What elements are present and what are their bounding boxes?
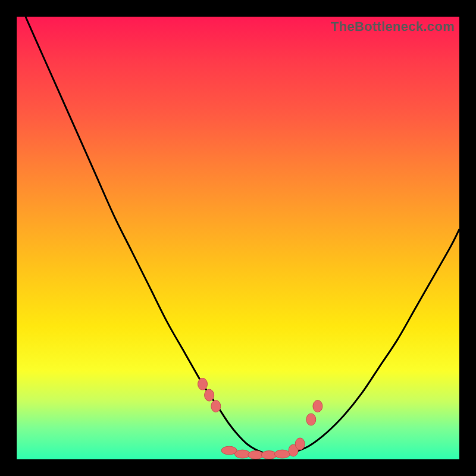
curve-marker xyxy=(198,378,208,390)
curve-marker xyxy=(205,389,214,401)
curve-marker xyxy=(274,450,290,458)
curve-marker xyxy=(313,400,322,412)
curve-markers xyxy=(198,378,322,459)
curve-marker xyxy=(234,450,250,458)
chart-frame: TheBottleneck.com xyxy=(0,0,476,476)
bottleneck-curve xyxy=(17,17,459,459)
plot-area: TheBottleneck.com xyxy=(17,17,459,459)
curve-marker xyxy=(306,414,316,425)
curve-marker xyxy=(295,438,305,450)
curve-marker xyxy=(211,400,221,412)
curve-path xyxy=(26,17,459,455)
